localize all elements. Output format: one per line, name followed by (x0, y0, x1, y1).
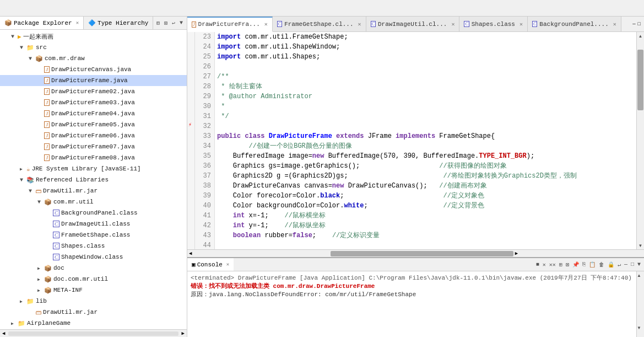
minimize-editor-btn[interactable]: — (631, 22, 636, 27)
tab-label: DrawImageUtil.cl... (378, 21, 447, 28)
tree-item-doc-com-mr[interactable]: ▶ 📦 doc.com.mr.util (0, 274, 187, 285)
code-line-25: import com.mr.util.Shapes; (217, 52, 634, 62)
tab-close-btn[interactable]: ✕ (451, 21, 454, 28)
tree-item-f02[interactable]: J DrawPictureFrame02.java (0, 86, 187, 97)
tree-item-canvas[interactable]: J DrawPictureCanvas.java (0, 64, 187, 75)
tree-item-f06[interactable]: J DrawPictureFrame06.java (0, 130, 187, 141)
hscroll-thumb[interactable] (331, 251, 513, 256)
tree-item-drawutil-jar[interactable]: ▼ 🗃 DrawUtil.mr.jar (0, 185, 187, 196)
tree-item-jre[interactable]: ▶ ☕ JRE System Library [JavaSE-11] (0, 163, 187, 174)
code-line-39: Color forecolor=Color.black; //定义对象色 (217, 191, 634, 201)
scroll-right-btn[interactable]: ▶ (180, 330, 187, 336)
hscroll-right-btn[interactable]: ▶ (513, 250, 519, 256)
tree-item-com-mr-draw[interactable]: ▼ 📦 com.mr.draw (0, 53, 187, 64)
console-scroll-lock-btn[interactable]: 🔒 (607, 261, 615, 269)
console-scroll-up[interactable]: ▲ (637, 272, 641, 280)
tree-item-project[interactable]: ▼ ▶ 一起来画画 (0, 31, 187, 42)
scroll-thumb-area[interactable] (637, 40, 644, 242)
maximize-editor-btn[interactable]: □ (637, 22, 642, 27)
tree-item-com-mr-util[interactable]: ▼ 📦 com.mr.util (0, 196, 187, 207)
tree-item-f07[interactable]: J DrawPictureFrame07.java (0, 141, 187, 152)
java-file-icon: J (192, 22, 196, 28)
tree-item-ref-libs[interactable]: ▼ 📚 Referenced Libraries (0, 174, 187, 185)
code-hscroll[interactable]: ◀ ▶ (187, 249, 644, 257)
tab-label: FrameGetShape.cl... (284, 21, 353, 28)
panel-collapse-btn[interactable]: ⊞ (155, 19, 161, 27)
console-paste-btn[interactable]: 📋 (588, 261, 597, 269)
tab-drawpictureframe[interactable]: J DrawPictureFra... ✕ (187, 17, 273, 32)
jre-icon: ☕ (26, 165, 30, 173)
tree-item-f04[interactable]: J DrawPictureFrame04.java (0, 108, 187, 119)
tab-package-explorer-close[interactable]: ✕ (76, 20, 79, 26)
console-close-btn[interactable]: ✕ (226, 261, 229, 268)
tab-package-explorer[interactable]: 📦 Package Explorer ✕ (0, 17, 84, 29)
console-scroll-down[interactable]: ▼ (637, 324, 641, 331)
tab-console[interactable]: ▣ Console ✕ (187, 258, 234, 271)
class-icon: C (53, 243, 59, 249)
tree-item-lib[interactable]: ▶ 📁 lib (0, 296, 187, 307)
file-tree: ▼ ▶ 一起来画画 ▼ 📁 src ▼ 📦 com.mr.draw (0, 30, 187, 329)
hscroll-track[interactable] (8, 331, 178, 336)
tab-type-hierarchy[interactable]: 🔷 Type Hierarchy (84, 17, 153, 29)
console-menu-btn[interactable]: ▼ (636, 261, 642, 268)
tree-item-shapes[interactable]: C Shapes.class (0, 240, 187, 252)
console-tab-actions: ■ ✕ ✕✕ ⊞ ⊠ 📌 ⎘ 📋 🗑 🔒 ↵ — □ ▼ (535, 258, 644, 271)
hscroll-left-btn[interactable]: ◀ (187, 250, 193, 256)
panel-back-btn[interactable]: ↩ (170, 19, 177, 27)
tab-shapes-class[interactable]: C Shapes.class ✕ (459, 17, 528, 31)
code-area[interactable]: import com.mr.util.FrameGetShape; import… (215, 32, 636, 249)
console-error-line1: 错误：找不到或无法加载主类 com.mr.draw.DrawPictureFra… (191, 282, 633, 290)
file-label: DrawPictureFrame03.java (51, 99, 135, 106)
tree-item-drawpictureframe[interactable]: J DrawPictureFrame.java (0, 75, 187, 86)
console-remove-all-btn[interactable]: ✕✕ (548, 261, 557, 269)
tree-item-src[interactable]: ▼ 📁 src (0, 42, 187, 53)
editor-vscroll[interactable]: ▲ ▼ (636, 32, 644, 249)
tab-backgroundpanel[interactable]: C BackgroundPanel.... ✕ (528, 17, 621, 31)
console-pin-btn[interactable]: 📌 (571, 261, 580, 269)
console-terminate-btn[interactable]: ■ (535, 261, 540, 268)
tree-item-f05[interactable]: J DrawPictureFrame05.java (0, 119, 187, 130)
tree-item-doc[interactable]: ▶ 📦 doc (0, 263, 187, 274)
jar-label: DrawUtil.mr.jar (43, 188, 98, 194)
left-panel-hscroll: ◀ ▶ (0, 329, 187, 337)
tab-close-btn[interactable]: ✕ (519, 21, 523, 28)
console-word-wrap-btn[interactable]: ↵ (616, 261, 622, 269)
tree-item-drawimageutil[interactable]: C DrawImageUtil.class (0, 218, 187, 229)
scroll-left-btn[interactable]: ◀ (0, 330, 7, 336)
tree-item-f03[interactable]: J DrawPictureFrame03.java (0, 97, 187, 108)
panel-menu-btn[interactable]: ▼ (178, 19, 185, 26)
console-output: <terminated> DrawPictureFrame [Java Appl… (187, 271, 636, 337)
tab-drawimageutil[interactable]: C DrawImageUtil.cl... ✕ (366, 17, 460, 31)
jar-label: DrawUtil.mr.jar (43, 309, 98, 315)
tab-label: DrawPictureFra... (198, 21, 260, 28)
console-minimize-btn[interactable]: — (623, 261, 629, 268)
console-remove-btn[interactable]: ✕ (542, 261, 547, 269)
tree-item-f08[interactable]: J DrawPictureFrame08.java (0, 152, 187, 163)
console-copy-btn[interactable]: ⎘ (581, 261, 587, 268)
tab-close-btn[interactable]: ✕ (358, 21, 361, 28)
tree-item-airplane[interactable]: ▶ 📁 AirplaneGame (0, 318, 187, 329)
file-label: DrawPictureFrame05.java (51, 121, 135, 128)
tree-item-meta-inf[interactable]: ▶ 📦 META-INF (0, 285, 187, 296)
project-label: 一起来画画 (23, 33, 53, 41)
console-vscroll[interactable]: ▲ ▼ (636, 271, 644, 337)
scroll-down-btn[interactable]: ▼ (637, 242, 644, 249)
tab-close-btn[interactable]: ✕ (264, 21, 268, 28)
panel-expand-btn[interactable]: ⊠ (163, 19, 169, 27)
scroll-thumb[interactable] (637, 50, 643, 110)
console-btn2[interactable]: ⊠ (565, 261, 570, 269)
console-icon: ▣ (192, 261, 196, 268)
console-clear-btn[interactable]: 🗑 (598, 261, 605, 269)
tree-item-bgpanel[interactable]: C BackgroundPanel.class (0, 207, 187, 218)
console-maximize-btn[interactable]: □ (630, 261, 635, 268)
code-line-34: //创建一个8位BGR颜色分量的图像 (217, 141, 634, 151)
package-label: com.mr.draw (45, 55, 85, 62)
tab-framegetshape[interactable]: C FrameGetShape.cl... ✕ (273, 17, 366, 31)
tree-item-framegetshape[interactable]: C FrameGetShape.class (0, 229, 187, 240)
tab-close-btn[interactable]: ✕ (613, 21, 616, 28)
console-btn1[interactable]: ⊞ (558, 261, 564, 269)
scroll-up-btn[interactable]: ▲ (637, 32, 644, 40)
tree-item-shapewindow[interactable]: C ShapeWindow.class (0, 252, 187, 263)
panel-tab-actions: ⊞ ⊠ ↩ ▼ (155, 17, 187, 29)
tree-item-drawutil-jar2[interactable]: 🗃 DrawUtil.mr.jar (0, 307, 187, 318)
